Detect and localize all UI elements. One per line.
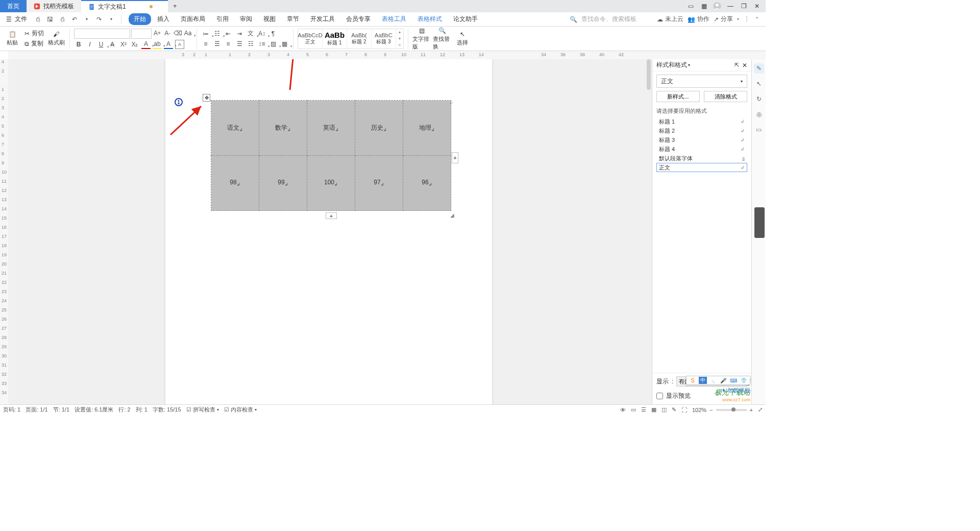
clear-format-icon[interactable]: ⌫ — [173, 29, 182, 38]
file-menu[interactable]: ☰ 文件 — [3, 15, 30, 23]
font-color-button[interactable]: A — [141, 40, 151, 49]
show-marks-icon[interactable]: ¶ — [268, 29, 278, 38]
table-cell[interactable]: 历史↲ — [355, 101, 403, 156]
table-row[interactable]: 语文↲ 数学↲ 英语↲ 历史↲ 地理↲ — [211, 101, 451, 156]
zoom-out-button[interactable]: − — [709, 407, 713, 413]
redo-icon[interactable]: ↷ — [94, 15, 104, 24]
style-list-item[interactable]: 标题 3↲ — [656, 135, 747, 144]
style-list-item[interactable]: 标题 2↲ — [656, 126, 747, 135]
align-center-icon[interactable]: ☰ — [212, 39, 222, 49]
ribbon-tab-paper[interactable]: 论文助手 — [448, 13, 483, 25]
distribute-icon[interactable]: ☷ — [246, 39, 255, 49]
chevron-down-icon[interactable]: ▾ — [688, 63, 690, 67]
line-spacing-icon[interactable]: ↕≡ — [257, 39, 266, 49]
paste-button[interactable]: 📋 粘贴 — [3, 31, 21, 46]
view-outline-icon[interactable]: ☰ — [641, 406, 646, 413]
align-right-icon[interactable]: ≡ — [224, 39, 233, 49]
ribbon-tab-vip[interactable]: 会员专享 — [341, 13, 376, 25]
style-gallery-scroll[interactable]: ▴▾≡ — [396, 29, 403, 49]
decrease-font-icon[interactable]: A- — [163, 29, 172, 38]
bold-button[interactable]: B — [74, 40, 83, 49]
new-tab-button[interactable]: + — [168, 0, 182, 12]
style-list-item[interactable]: 默认段落字体a — [656, 154, 747, 163]
side-handle[interactable] — [754, 207, 765, 238]
font-size-input[interactable] — [131, 29, 152, 39]
status-position[interactable]: 设置值: 6.1厘米 — [75, 406, 113, 414]
apps-icon[interactable]: ▦ — [699, 2, 708, 11]
status-section[interactable]: 节: 1/1 — [53, 406, 69, 414]
style-item-h1[interactable]: AaBb标题 1 — [323, 29, 347, 49]
align-left-icon[interactable]: ≡ — [201, 39, 210, 49]
ime-toolbar[interactable]: S 中 ·, 🎤 ⌨ 👕 — [686, 376, 750, 385]
ribbon-tab-review[interactable]: 审阅 — [235, 13, 257, 25]
table-cell[interactable]: 96↲ — [403, 156, 451, 211]
command-search-input[interactable]: 查找命令、搜索模板 — [581, 15, 653, 23]
pencil-icon[interactable]: ✎ — [754, 63, 764, 74]
table-cell[interactable]: 英语↲ — [307, 101, 355, 156]
table-cell[interactable]: 99↲ — [259, 156, 307, 211]
status-page[interactable]: 页面: 1/1 — [26, 406, 47, 414]
text-color-button[interactable]: A — [164, 40, 173, 49]
eye-icon[interactable]: 👁 — [620, 407, 626, 413]
minimize-button[interactable]: — — [726, 2, 735, 11]
undo-drop-icon[interactable]: ▾ — [82, 15, 91, 24]
outdent-icon[interactable]: ⇤ — [224, 29, 233, 38]
status-words[interactable]: 字数: 15/15 — [153, 406, 181, 414]
highlight-button[interactable]: ab — [153, 40, 162, 49]
style-gallery[interactable]: AaBbCcD正文 AaBb标题 1 AaBb(标题 2 AaBbC标题 3 ▴… — [298, 29, 404, 49]
ribbon-tab-table-tools[interactable]: 表格工具 — [377, 13, 411, 25]
subscript-button[interactable]: X₂ — [130, 40, 139, 49]
ribbon-tab-section[interactable]: 章节 — [282, 13, 304, 25]
print-preview-icon[interactable]: ⎙ — [33, 15, 42, 24]
table-add-row-button[interactable]: + — [326, 212, 337, 219]
ribbon-tab-insert[interactable]: 插入 — [152, 13, 175, 25]
style-item-h2[interactable]: AaBb(标题 2 — [347, 29, 372, 49]
undo-icon[interactable]: ↶ — [70, 15, 79, 24]
align-vert-icon[interactable]: A↕ — [257, 29, 266, 38]
redo-drop-icon[interactable]: ▾ — [107, 15, 116, 24]
status-line[interactable]: 行: 2 — [118, 406, 130, 414]
show-preview-checkbox[interactable] — [656, 393, 663, 399]
table-cell[interactable]: 100↲ — [307, 156, 355, 211]
collab-button[interactable]: 👥协作 — [688, 15, 709, 23]
collapse-ribbon-icon[interactable]: ⌃ — [754, 16, 760, 23]
status-col[interactable]: 列: 1 — [136, 406, 148, 414]
ime-punct-button[interactable]: ·, — [709, 377, 717, 384]
tab-template[interactable]: 找稻壳模板 — [27, 0, 81, 12]
table-cell[interactable]: 地理↲ — [403, 101, 451, 156]
font-name-input[interactable] — [74, 29, 130, 39]
style-list-item[interactable]: 标题 4↲ — [656, 144, 747, 154]
close-button[interactable]: ✕ — [752, 2, 762, 11]
change-case-icon[interactable]: Aa — [183, 29, 192, 38]
night-mode-icon[interactable]: ✎ — [672, 406, 676, 413]
ime-lang-button[interactable]: 中 — [699, 377, 707, 384]
print-icon[interactable]: ⎙ — [58, 15, 67, 24]
document-table[interactable]: 语文↲ 数学↲ 英语↲ 历史↲ 地理↲ 98↲ 99↲ 100↲ 97↲ 96↲ — [211, 100, 451, 211]
fullscreen-icon[interactable]: ⤢ — [758, 406, 763, 413]
format-painter-button[interactable]: 🖌 格式刷 — [47, 31, 65, 46]
superscript-button[interactable]: X² — [119, 40, 128, 49]
table-corner-handle[interactable]: ⌐ — [450, 100, 453, 106]
status-doc-check[interactable]: ☑内容检查 ▾ — [224, 406, 257, 414]
ribbon-tab-layout[interactable]: 页面布局 — [176, 13, 210, 25]
table-cell[interactable]: 98↲ — [211, 156, 259, 211]
layout-icon[interactable]: ▭ — [686, 2, 695, 11]
close-pane-icon[interactable]: ✕ — [742, 62, 747, 69]
ruler-vertical[interactable]: 4 2 1 2 3 4 5 6 7 8 9 10 11 12 13 14 15 … — [0, 59, 8, 404]
chevron-down-icon[interactable]: ▾ — [737, 17, 739, 21]
new-style-button[interactable]: 新样式... — [656, 91, 700, 102]
save-icon[interactable]: 🖫 — [45, 15, 55, 24]
pointer-icon[interactable]: ↖ — [754, 79, 764, 89]
refresh-icon[interactable]: ↻ — [754, 94, 764, 104]
cloud-button[interactable]: ☁未上云 — [657, 15, 683, 23]
ime-voice-button[interactable]: 🎤 — [719, 377, 727, 384]
current-style-select[interactable]: 正文 ▾ — [656, 75, 747, 88]
ribbon-tab-devtools[interactable]: 开发工具 — [305, 13, 340, 25]
text-layout-button[interactable]: ▤文字排版 — [412, 27, 431, 51]
ribbon-tab-view[interactable]: 视图 — [258, 13, 281, 25]
view-page-icon[interactable]: ▭ — [631, 406, 636, 413]
table-resize-handle[interactable]: ◢ — [450, 212, 454, 218]
style-item-h3[interactable]: AaBbC标题 3 — [372, 29, 396, 49]
table-cell[interactable]: 数学↲ — [259, 101, 307, 156]
strike-button[interactable]: A̶ — [108, 40, 117, 49]
